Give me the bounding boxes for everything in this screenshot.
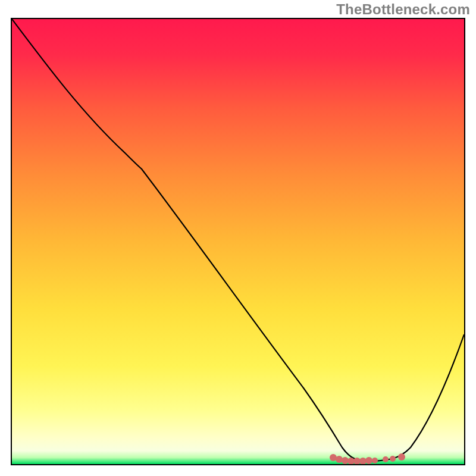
bottleneck-curve: [12, 19, 464, 464]
svg-point-7: [365, 457, 372, 464]
bottom-dots: [330, 453, 405, 464]
curve-path: [12, 19, 464, 461]
svg-point-10: [390, 456, 396, 462]
svg-point-11: [398, 453, 405, 461]
chart-frame: TheBottleneck.com: [0, 0, 476, 476]
svg-point-2: [336, 456, 343, 463]
watermark-text: TheBottleneck.com: [336, 1, 470, 18]
svg-point-9: [383, 456, 389, 462]
plot-area: [11, 18, 465, 465]
svg-point-8: [372, 458, 378, 464]
